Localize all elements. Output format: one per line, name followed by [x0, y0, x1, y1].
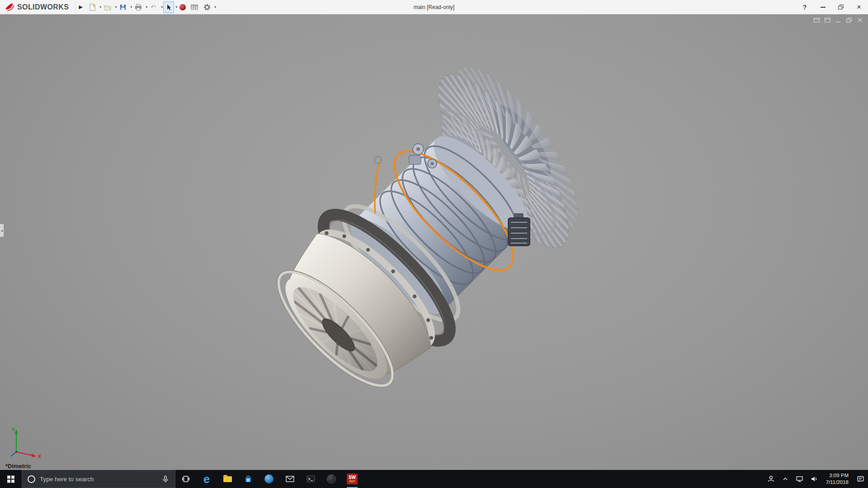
print-icon — [134, 3, 142, 11]
solidworks-window: SOLIDWORKS ▶ ▾ ▾ ▾ — [0, 0, 868, 488]
people-button[interactable] — [764, 470, 778, 488]
people-icon — [767, 475, 775, 483]
turbine-engine-assembly — [240, 38, 627, 424]
command-prompt-button[interactable] — [300, 470, 321, 488]
command-prompt-icon — [307, 475, 315, 483]
render-sphere-button[interactable] — [178, 1, 188, 13]
design-table-button[interactable] — [189, 1, 200, 13]
solidworks-app-icon: SW 2017 — [347, 474, 358, 484]
close-button[interactable]: × — [850, 0, 868, 14]
restore-icon — [838, 5, 844, 9]
document-window-controls — [813, 17, 863, 23]
clock-date: 7/11/2018 — [826, 479, 849, 486]
open-folder-icon — [104, 3, 112, 11]
minimize-icon — [821, 7, 826, 8]
open-document-button[interactable] — [102, 1, 113, 13]
doc-close-icon[interactable] — [857, 17, 863, 23]
round-dark-app-button[interactable] — [321, 470, 342, 488]
undo-icon — [150, 3, 158, 11]
taskbar-clock[interactable]: 3:09 PM 7/11/2018 — [821, 470, 853, 488]
minimize-button[interactable] — [814, 0, 832, 14]
chevron-up-icon — [782, 476, 788, 482]
undo-dropdown[interactable]: ▾ — [161, 5, 163, 9]
new-document-icon — [88, 3, 96, 11]
task-view-button[interactable] — [175, 470, 196, 488]
heat-exchanger-block — [508, 213, 530, 246]
restore-button[interactable] — [832, 0, 850, 14]
print-button[interactable] — [132, 1, 144, 13]
round-dark-app-icon — [327, 474, 336, 483]
mail-button[interactable] — [279, 470, 300, 488]
action-center-icon — [857, 475, 864, 483]
options-dropdown[interactable]: ▾ — [214, 5, 216, 9]
file-explorer-button[interactable] — [217, 470, 238, 488]
doc-window-icon-2[interactable] — [824, 17, 831, 23]
select-tool-dropdown[interactable]: ▾ — [175, 5, 177, 9]
microphone-icon[interactable] — [161, 475, 170, 483]
speaker-icon — [811, 475, 818, 483]
start-button[interactable] — [0, 470, 22, 488]
graphics-viewport[interactable]: ◄ Y X *Dimetric — [0, 14, 868, 470]
view-orientation-label: *Dimetric — [5, 463, 31, 469]
coordinate-triad: Y X — [6, 425, 48, 464]
undo-button[interactable] — [148, 1, 160, 13]
menu-flyout-arrow[interactable]: ▶ — [75, 1, 86, 13]
ds-logo-icon — [5, 3, 14, 12]
red-sphere-icon — [179, 4, 186, 10]
clock-time: 3:09 PM — [829, 472, 849, 479]
windows-logo-icon — [7, 476, 14, 483]
action-center-button[interactable] — [853, 470, 868, 488]
document-title: main [Read-only] — [414, 0, 455, 14]
doc-window-icon[interactable] — [813, 17, 820, 23]
search-input[interactable] — [40, 476, 157, 483]
solidworks-logo: SOLIDWORKS — [0, 0, 75, 14]
edge-icon: e — [203, 474, 210, 485]
select-cursor-icon — [165, 4, 172, 11]
print-dropdown[interactable]: ▾ — [146, 5, 147, 9]
edge-button[interactable]: e — [196, 470, 217, 488]
z-axis-line — [11, 452, 16, 456]
close-icon: × — [857, 3, 861, 11]
select-tool-button[interactable] — [163, 1, 174, 13]
network-icon — [796, 475, 803, 483]
engine-3d-model — [0, 14, 868, 470]
x-axis-label: X — [38, 454, 42, 459]
hidden-icons-button[interactable] — [778, 470, 792, 488]
solidworks-taskbar-button[interactable]: SW 2017 — [342, 470, 363, 488]
windows-taskbar: e — [0, 470, 868, 488]
round-blue-app-icon — [264, 474, 274, 483]
new-document-dropdown[interactable]: ▾ — [99, 5, 101, 9]
new-document-button[interactable] — [86, 1, 98, 13]
help-button[interactable]: ? — [796, 0, 814, 14]
file-explorer-icon — [223, 476, 232, 482]
window-controls: ? × — [796, 0, 868, 14]
titlebar: SOLIDWORKS ▶ ▾ ▾ ▾ — [0, 0, 868, 14]
store-icon — [244, 475, 252, 483]
open-document-dropdown[interactable]: ▾ — [115, 5, 117, 9]
system-tray: 3:09 PM 7/11/2018 — [764, 470, 868, 488]
panel-collapse-handle[interactable]: ◄ — [0, 224, 4, 237]
doc-restore-icon[interactable] — [846, 17, 853, 23]
round-blue-app-button[interactable] — [259, 470, 279, 488]
x-axis-arrow — [32, 454, 36, 457]
save-floppy-icon — [119, 3, 127, 11]
y-axis-label: Y — [12, 427, 15, 432]
cortana-circle-icon — [28, 475, 35, 483]
network-button[interactable] — [792, 470, 807, 488]
design-table-icon — [190, 3, 198, 11]
gear-icon — [203, 3, 211, 11]
brand-text: SOLIDWORKS — [17, 3, 69, 11]
doc-minimize-icon[interactable] — [835, 17, 842, 23]
store-button[interactable] — [238, 470, 259, 488]
save-dropdown[interactable]: ▾ — [130, 5, 132, 9]
options-gear-button[interactable] — [201, 1, 213, 13]
save-button[interactable] — [117, 1, 129, 13]
taskbar-search[interactable] — [22, 470, 175, 488]
mail-icon — [286, 476, 294, 482]
volume-button[interactable] — [807, 470, 821, 488]
task-view-icon — [182, 475, 190, 483]
